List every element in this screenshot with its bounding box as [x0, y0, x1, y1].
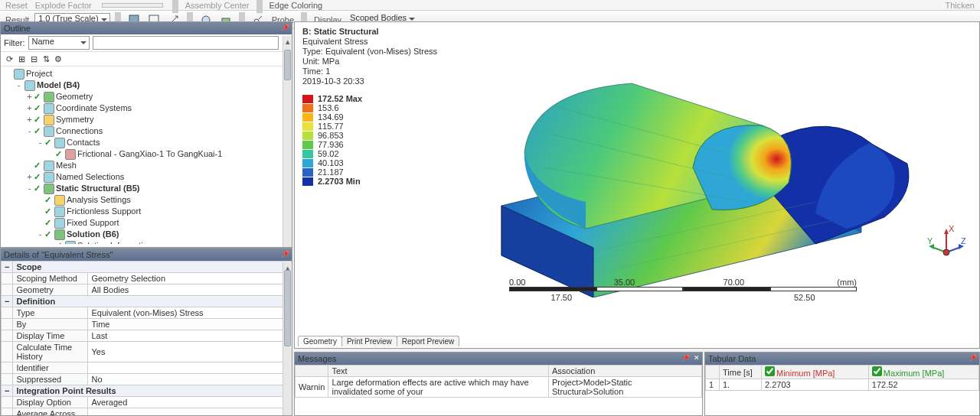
expand-icon[interactable]: ⊞ [16, 54, 27, 64]
details-row[interactable]: Average Across BodiesNo [2, 408, 292, 416]
legend-swatch [302, 113, 313, 122]
details-row[interactable]: TypeEquivalent (von-Mises) Stress [2, 307, 292, 319]
explode-slider[interactable] [102, 3, 163, 8]
tree-twisty[interactable]: + [25, 171, 34, 183]
details-value[interactable]: Equivalent (von-Mises) Stress [88, 307, 292, 319]
details-scrollbar[interactable]: ▴ [283, 262, 292, 415]
tabular-row[interactable]: 1 1. 2.2703 172.52 [706, 379, 979, 391]
thicken-label[interactable]: Thicken [942, 1, 977, 10]
details-value[interactable]: Yes [88, 342, 292, 362]
tree-label: Frictional - GangXiao-1 To GangKuai-1 [77, 148, 222, 160]
details-value[interactable]: Geometry Selection [88, 273, 292, 284]
details-value[interactable]: All Bodies [88, 284, 292, 296]
pin-icon[interactable]: 📌 [281, 250, 289, 258]
details-header: Details of "Equivalent Stress" 📌 [1, 249, 292, 261]
tree-node[interactable]: ✓Mesh [1, 160, 292, 171]
close-icon[interactable]: ✕ [694, 354, 700, 362]
pin-icon[interactable]: 📌 [681, 354, 690, 362]
axis-triad[interactable]: X Y Z [927, 226, 965, 264]
col-assoc[interactable]: Association [549, 366, 702, 377]
details-value[interactable]: Time [88, 319, 292, 330]
details-key: Display Time [13, 330, 88, 342]
reset-label[interactable]: Reset [3, 1, 30, 10]
details-key: Display Option [13, 397, 88, 408]
sort-icon[interactable]: ⇅ [41, 54, 51, 64]
details-value[interactable]: Averaged [88, 397, 292, 408]
details-value[interactable]: No [88, 374, 292, 385]
outline-title: Outline [4, 24, 31, 33]
tree-node[interactable]: ✓Frictional - GangXiao-1 To GangKuai-1 [1, 148, 292, 160]
col-max[interactable]: Maximum [MPa] [868, 366, 978, 379]
col-idx[interactable] [706, 366, 720, 379]
col-icon[interactable] [296, 366, 328, 377]
viewport[interactable]: B: Static Structural Equivalent Stress T… [294, 21, 980, 349]
filter-dropdown[interactable]: Name [28, 36, 90, 50]
tab-report-preview[interactable]: Report Preview [397, 336, 459, 346]
tree-node[interactable]: -✓Contacts [1, 137, 292, 148]
message-row[interactable]: Warnin Large deformation effects are act… [296, 377, 702, 398]
model-render[interactable] [433, 68, 923, 297]
tree-twisty[interactable]: - [25, 125, 34, 137]
tree-twisty[interactable]: + [25, 102, 34, 114]
tree-label: Model (B4) [37, 80, 80, 91]
details-row[interactable]: ByTime [2, 319, 292, 330]
min-checkbox[interactable] [765, 366, 775, 376]
tree-twisty[interactable]: - [36, 229, 44, 240]
tree-node[interactable]: ✓Solution Information [1, 240, 292, 244]
tree-icon [44, 172, 54, 183]
col-min[interactable]: Minimum [MPa] [762, 366, 869, 379]
tree-node[interactable]: ✓Frictionless Support [1, 206, 292, 217]
details-row[interactable]: Scoping MethodGeometry Selection [2, 273, 292, 284]
filter-input[interactable] [93, 36, 279, 50]
tree-node[interactable]: +✓Geometry [1, 91, 292, 102]
tree-label: Coordinate Systems [56, 102, 132, 114]
outline-scrollbar[interactable]: ▴ [283, 36, 292, 247]
details-row[interactable]: Calculate Time HistoryYes [2, 342, 292, 362]
details-value[interactable]: No [88, 408, 292, 416]
pin-icon[interactable]: 📌 [281, 24, 289, 31]
tree-twisty[interactable]: + [25, 91, 34, 102]
refresh-icon[interactable]: ⟳ [4, 54, 15, 64]
tools-icon[interactable]: ⚙ [53, 54, 64, 64]
details-row[interactable]: Display TimeLast [2, 330, 292, 342]
tree-icon [24, 80, 35, 91]
tree-node[interactable]: ✓Analysis Settings [1, 194, 292, 206]
tree-node[interactable]: -✓Static Structural (B5) [1, 183, 292, 194]
messages-table: Text Association Warnin Large deformatio… [295, 365, 702, 398]
col-text[interactable]: Text [328, 366, 549, 377]
tree-twisty[interactable]: - [15, 80, 23, 91]
tree-twisty[interactable]: - [25, 183, 34, 194]
tree-node[interactable]: -✓Connections [1, 125, 292, 137]
msg-text: Large deformation effects are active whi… [328, 377, 549, 398]
viewport-tabs[interactable]: Geometry Print Preview Report Preview [298, 336, 459, 346]
tree-node[interactable]: -✓Solution (B6) [1, 229, 292, 240]
max-checkbox[interactable] [872, 366, 882, 376]
tree-node[interactable]: Project [1, 68, 292, 80]
check-icon: ✓ [55, 240, 62, 244]
details-row[interactable]: SuppressedNo [2, 374, 292, 385]
tree-node[interactable]: +✓Named Selections [1, 171, 292, 183]
details-value[interactable]: Last [88, 330, 292, 342]
tree-node[interactable]: +✓Coordinate Systems [1, 102, 292, 114]
tree-label: Analysis Settings [67, 194, 131, 206]
svg-text:Y: Y [927, 236, 933, 245]
collapse-icon[interactable]: ⊟ [28, 54, 39, 64]
col-time[interactable]: Time [s] [720, 366, 762, 379]
tree-icon [44, 184, 54, 194]
tab-print-preview[interactable]: Print Preview [341, 336, 397, 346]
tab-geometry[interactable]: Geometry [298, 336, 342, 346]
pin-icon[interactable]: 📌 [969, 354, 977, 362]
tree-node[interactable]: -Model (B4) [1, 80, 292, 91]
messages-header: Messages 📌 ✕ [295, 353, 702, 365]
details-row[interactable]: Display OptionAveraged [2, 397, 292, 408]
details-row[interactable]: Identifier [2, 362, 292, 374]
outline-tree[interactable]: Project-Model (B4)+✓Geometry+✓Coordinate… [1, 67, 292, 244]
tree-twisty[interactable]: - [36, 137, 44, 148]
tree-twisty[interactable]: + [25, 114, 34, 125]
assembly-label[interactable]: Assembly Center [183, 1, 252, 10]
details-value[interactable] [88, 362, 292, 374]
details-row[interactable]: GeometryAll Bodies [2, 284, 292, 296]
tree-node[interactable]: ✓Fixed Support [1, 217, 292, 229]
tree-node[interactable]: +✓Symmetry [1, 114, 292, 125]
edge-coloring-label[interactable]: Edge Coloring [267, 1, 325, 10]
